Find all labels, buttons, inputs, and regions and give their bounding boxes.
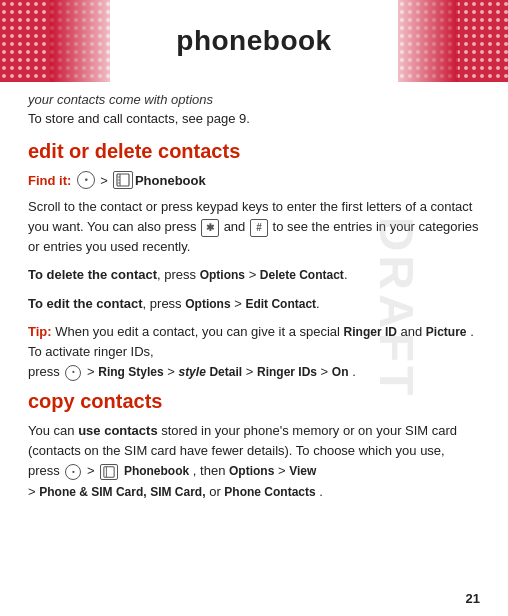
corner-decoration-left: [0, 0, 110, 82]
tip-arrow3: >: [246, 364, 257, 379]
section1-title: edit or delete contacts: [28, 140, 480, 163]
page-subtitle: your contacts come with options: [28, 92, 480, 107]
copy-options: Options: [229, 464, 274, 478]
delete-arrow: >: [245, 267, 260, 282]
delete-options: Options: [200, 268, 245, 282]
phonebook-nav-label: Phonebook: [135, 173, 206, 188]
scroll-text-and: and: [224, 219, 249, 234]
tip-arrow1: >: [87, 364, 98, 379]
tip-and: and: [401, 324, 426, 339]
find-it-label: Find it:: [28, 173, 71, 188]
tip-body1: When you edit a contact, you can give it…: [55, 324, 343, 339]
main-content: your contacts come with options To store…: [0, 82, 508, 520]
copy-line2-arrow: >: [28, 484, 39, 499]
copy-view-arrow: >: [278, 463, 289, 478]
svg-rect-3: [50, 0, 110, 82]
tip-arrow2: >: [167, 364, 178, 379]
copy-phonebook-label: Phonebook: [124, 464, 189, 478]
nav-dot-icon: •: [77, 171, 95, 189]
copy-nav-dot: •: [65, 464, 81, 480]
edit-comma: , press: [143, 296, 186, 311]
delete-action: Delete Contact: [260, 268, 344, 282]
copy-or: or: [209, 484, 224, 499]
tip-rids: Ringer IDs: [257, 365, 317, 379]
page-number: 21: [466, 591, 480, 606]
hash-icon: #: [250, 219, 268, 237]
edit-arrow: >: [231, 296, 246, 311]
copy-view: View: [289, 464, 316, 478]
tip-label: Tip:: [28, 324, 52, 339]
edit-options: Options: [185, 297, 230, 311]
copy-arrow1: >: [87, 463, 98, 478]
copy-phone-sim: Phone & SIM Card,: [39, 485, 146, 499]
scroll-text: Scroll to the contact or press keypad ke…: [28, 197, 480, 257]
copy-press: press: [28, 463, 63, 478]
page-header: phonebook: [0, 0, 508, 82]
svg-rect-13: [104, 467, 114, 477]
tip-style: style: [178, 365, 205, 379]
use-contacts-text: use contacts: [78, 423, 157, 438]
tip-period: .: [352, 364, 356, 379]
tip-detail: Detail: [209, 365, 242, 379]
tip-arrow4: >: [321, 364, 332, 379]
tip-nav-dot-icon: •: [65, 365, 81, 381]
copy-period: .: [319, 484, 323, 499]
nav-arrow1: >: [100, 173, 108, 188]
tip-text: Tip: When you edit a contact, you can gi…: [28, 322, 480, 382]
copy-sim-card: SIM Card,: [150, 485, 205, 499]
copy-then: , then: [193, 463, 229, 478]
picture-text: Picture: [426, 325, 467, 339]
edit-text: To edit the contact, press Options > Edi…: [28, 294, 480, 314]
edit-lead: To edit the contact: [28, 296, 143, 311]
star-icon: ✱: [201, 219, 219, 237]
copy-body1: You can: [28, 423, 75, 438]
intro-text: To store and call contacts, see page 9.: [28, 111, 480, 126]
ring-id-text: Ringer ID: [344, 325, 397, 339]
tip-on: On: [332, 365, 349, 379]
svg-rect-7: [398, 0, 458, 82]
page-title: phonebook: [176, 25, 331, 57]
copy-text: You can use contacts stored in your phon…: [28, 421, 480, 502]
delete-comma: , press: [157, 267, 200, 282]
copy-book-icon: [100, 464, 118, 480]
edit-action: Edit Contact: [245, 297, 316, 311]
tip-ring-styles: Ring Styles: [98, 365, 163, 379]
delete-text: To delete the contact, press Options > D…: [28, 265, 480, 285]
nav-book-icon: [113, 171, 133, 189]
section2-title: copy contacts: [28, 390, 480, 413]
corner-decoration-right: [398, 0, 508, 82]
copy-phone-contacts: Phone Contacts: [224, 485, 315, 499]
find-it-row: Find it: • > Phonebook: [28, 171, 480, 189]
delete-lead: To delete the contact: [28, 267, 157, 282]
edit-period: .: [316, 296, 320, 311]
delete-period: .: [344, 267, 348, 282]
tip-press: press: [28, 364, 63, 379]
